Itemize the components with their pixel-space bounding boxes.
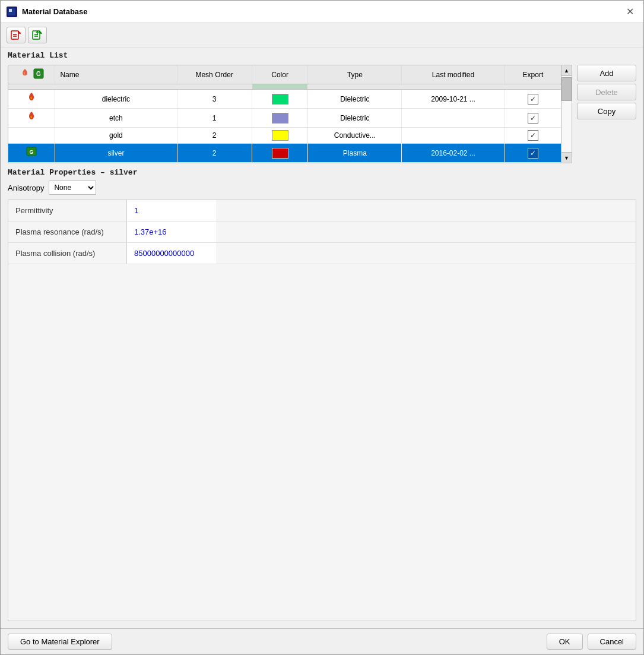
- prop-row-plasma-collision: Plasma collision (rad/s) 85000000000000: [8, 243, 636, 264]
- title-bar: Material Database ✕: [1, 1, 643, 23]
- row-name: etch: [55, 109, 177, 128]
- svg-text:G: G: [30, 149, 34, 155]
- row-mesh-order: 2: [177, 144, 252, 163]
- svg-text:G: G: [36, 71, 41, 77]
- window-icon: [7, 7, 17, 17]
- prop-label-plasma-collision: Plasma collision (rad/s): [8, 243, 127, 264]
- table-scrollbar[interactable]: ▲ ▼: [561, 65, 572, 163]
- window-title: Material Database: [22, 7, 623, 16]
- prop-row-permittivity: Permittivity 1: [8, 200, 636, 222]
- row-last-modified: 2009-10-21 ...: [402, 90, 505, 109]
- row-mesh-order: 1: [177, 109, 252, 128]
- scroll-down-button[interactable]: ▼: [561, 152, 572, 163]
- row-last-modified: [402, 128, 505, 144]
- scroll-thumb[interactable]: [561, 77, 572, 101]
- prop-empty-plasma-collision: [216, 243, 636, 264]
- export-material-button[interactable]: [28, 27, 47, 43]
- toolbar: [1, 23, 643, 48]
- anisotropy-select[interactable]: None Diagonal Unitary: [49, 181, 96, 195]
- col-header-name[interactable]: Name: [55, 65, 177, 84]
- svg-rect-1: [9, 9, 12, 12]
- copy-material-button[interactable]: Copy: [577, 103, 636, 119]
- row-type: Plasma: [308, 144, 402, 163]
- col-header-export[interactable]: Export: [505, 65, 561, 84]
- row-name: silver: [55, 144, 177, 163]
- delete-material-button[interactable]: Delete: [577, 84, 636, 100]
- row-export[interactable]: ✓: [505, 90, 561, 109]
- import-material-button[interactable]: [7, 27, 26, 43]
- header-color-row: [8, 84, 561, 90]
- col-header-last-modified[interactable]: Last modified: [402, 65, 505, 84]
- properties-section-label: Material Properties – silver: [8, 168, 636, 177]
- prop-value-plasma-collision[interactable]: 85000000000000: [127, 243, 216, 264]
- table-row[interactable]: dielectric 3 Dielectric 2009-10-21 ... ✓: [8, 90, 561, 109]
- row-mesh-order: 2: [177, 128, 252, 144]
- side-buttons-panel: Add Delete Copy: [577, 65, 636, 163]
- material-properties-section: Material Properties – silver Anisotropy …: [1, 166, 643, 628]
- close-button[interactable]: ✕: [623, 5, 637, 18]
- row-mesh-order: 3: [177, 90, 252, 109]
- row-export[interactable]: ✓: [505, 109, 561, 128]
- row-name: dielectric: [55, 90, 177, 109]
- scroll-up-button[interactable]: ▲: [561, 65, 572, 76]
- row-export[interactable]: ✓: [505, 128, 561, 144]
- row-color[interactable]: [252, 109, 308, 128]
- ok-button[interactable]: OK: [547, 634, 583, 650]
- row-icon-cell: [8, 128, 55, 144]
- prop-value-permittivity[interactable]: 1: [127, 200, 216, 221]
- row-icon-cell: G: [8, 144, 55, 163]
- row-icon-cell: [8, 90, 55, 109]
- add-material-button[interactable]: Add: [577, 65, 636, 81]
- col-header-icon[interactable]: G: [8, 65, 55, 84]
- row-color[interactable]: [252, 90, 308, 109]
- material-table: G Name Mesh Order Color Type Last modifi…: [8, 65, 561, 163]
- footer: Go to Material Explorer OK Cancel: [1, 628, 643, 654]
- row-color[interactable]: [252, 128, 308, 144]
- row-color[interactable]: [252, 144, 308, 163]
- scroll-track: [561, 76, 572, 152]
- row-type: Dielectric: [308, 109, 402, 128]
- row-last-modified: 2016-02-02 ...: [402, 144, 505, 163]
- table-row[interactable]: gold 2 Conductive... ✓: [8, 128, 561, 144]
- table-row[interactable]: G silver 2 Plasma 2016-02-02 ... ✓: [8, 144, 561, 163]
- col-header-type[interactable]: Type: [308, 65, 402, 84]
- props-body: Permittivity 1 Plasma resonance (rad/s) …: [8, 200, 636, 264]
- row-name: gold: [55, 128, 177, 144]
- row-type: Conductive...: [308, 128, 402, 144]
- table-row[interactable]: etch 1 Dielectric ✓: [8, 109, 561, 128]
- prop-row-plasma-resonance: Plasma resonance (rad/s) 1.37e+16: [8, 222, 636, 243]
- footer-right-buttons: OK Cancel: [547, 634, 636, 650]
- row-icon-cell: [8, 109, 55, 128]
- prop-label-plasma-resonance: Plasma resonance (rad/s): [8, 222, 127, 242]
- row-last-modified: [402, 109, 505, 128]
- prop-label-permittivity: Permittivity: [8, 200, 127, 221]
- table-header-row: G Name Mesh Order Color Type Last modifi…: [8, 65, 561, 84]
- svg-rect-2: [11, 31, 18, 39]
- prop-empty-plasma-resonance: [216, 222, 636, 242]
- row-export[interactable]: ✓: [505, 144, 561, 163]
- cancel-button[interactable]: Cancel: [588, 634, 636, 650]
- material-list-label: Material List: [1, 48, 643, 62]
- col-header-color[interactable]: Color: [252, 65, 308, 84]
- material-list-area: G Name Mesh Order Color Type Last modifi…: [1, 62, 643, 166]
- properties-table-wrapper: Permittivity 1 Plasma resonance (rad/s) …: [8, 200, 636, 621]
- anisotropy-label: Anisotropy: [8, 183, 44, 192]
- row-type: Dielectric: [308, 90, 402, 109]
- prop-empty-permittivity: [216, 200, 636, 221]
- material-table-container: G Name Mesh Order Color Type Last modifi…: [8, 65, 572, 163]
- go-to-explorer-button[interactable]: Go to Material Explorer: [8, 634, 112, 650]
- col-header-mesh-order[interactable]: Mesh Order: [177, 65, 252, 84]
- main-window: Material Database ✕: [0, 0, 644, 655]
- prop-value-plasma-resonance[interactable]: 1.37e+16: [127, 222, 216, 242]
- anisotropy-row: Anisotropy None Diagonal Unitary: [8, 181, 636, 195]
